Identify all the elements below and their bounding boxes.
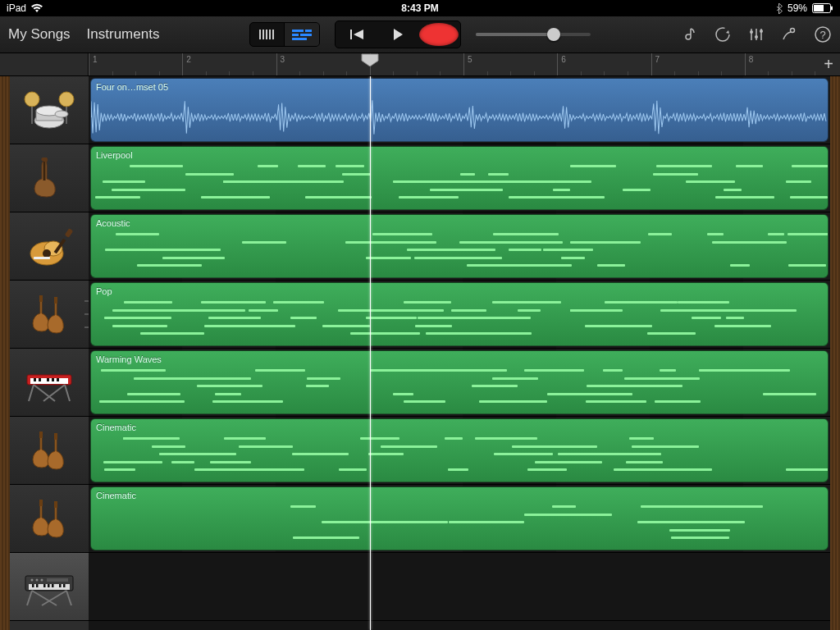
play-button[interactable] — [378, 23, 418, 46]
guitar-icon — [22, 224, 76, 268]
region[interactable]: Cinematic — [90, 486, 829, 550]
wood-trim-left — [0, 76, 10, 630]
go-to-start-button[interactable] — [337, 23, 377, 46]
strings-icon — [22, 428, 76, 472]
ruler-bar: 5 — [463, 53, 472, 75]
svg-rect-9 — [305, 30, 312, 32]
playhead-marker[interactable] — [361, 53, 379, 66]
settings-button[interactable] — [781, 26, 797, 43]
drums-icon — [22, 88, 76, 132]
mixer-sliders-button[interactable] — [748, 26, 765, 43]
record-button[interactable] — [419, 23, 459, 46]
region-label: Warming Waves — [96, 354, 823, 364]
view-toggle — [249, 22, 320, 47]
strings-icon — [22, 292, 76, 336]
timeline-ruler[interactable]: + 12345678 — [89, 53, 840, 75]
master-volume-slider[interactable] — [476, 33, 591, 36]
strings-icon — [22, 496, 76, 541]
svg-rect-2 — [814, 5, 824, 11]
track-header[interactable] — [10, 281, 89, 349]
svg-point-20 — [760, 30, 763, 33]
track-lane[interactable]: Liverpool — [89, 144, 830, 212]
device-label: iPad — [7, 2, 26, 14]
track-lane[interactable]: Cinematic — [89, 485, 830, 553]
help-button[interactable]: ? — [814, 25, 832, 43]
track-lane[interactable]: Pop — [89, 281, 830, 349]
track-headers — [10, 76, 89, 630]
region-label: Acoustic — [96, 218, 823, 228]
svg-point-21 — [791, 29, 795, 33]
synth-icon — [22, 564, 76, 609]
region-label: Cinematic — [96, 422, 823, 432]
ruler-bar: 8 — [745, 53, 754, 75]
view-mixer-button[interactable] — [250, 23, 285, 46]
svg-rect-1 — [831, 7, 833, 11]
timeline-ruler-row: + 12345678 — [0, 53, 840, 76]
svg-point-19 — [755, 35, 758, 39]
battery-pct: 59% — [788, 2, 807, 14]
instruments-button[interactable]: Instruments — [87, 26, 160, 43]
track-lane[interactable] — [89, 553, 830, 621]
svg-rect-12 — [292, 38, 307, 40]
track-header[interactable] — [10, 485, 89, 553]
track-lane[interactable]: Warming Waves — [89, 349, 830, 417]
add-section-button[interactable]: + — [820, 57, 837, 73]
svg-rect-10 — [292, 34, 299, 36]
toolbar: My Songs Instruments — [0, 16, 840, 53]
wood-trim-right — [830, 76, 840, 630]
region[interactable]: Warming Waves — [90, 350, 829, 414]
wifi-icon — [31, 3, 43, 13]
track-header[interactable] — [10, 417, 89, 485]
svg-rect-8 — [292, 30, 304, 32]
ruler-bar: 2 — [182, 53, 191, 75]
svg-rect-7 — [272, 30, 274, 39]
battery-icon — [812, 3, 833, 13]
region[interactable]: Pop — [90, 282, 829, 346]
keyboard-icon — [22, 360, 76, 404]
track-lanes[interactable]: Four on…mset 05LiverpoolAcousticPopWarmi… — [89, 76, 830, 630]
svg-rect-5 — [266, 30, 267, 39]
track-header[interactable] — [10, 144, 89, 212]
region[interactable]: Acoustic — [90, 214, 829, 278]
region-label: Liverpool — [96, 150, 823, 160]
svg-rect-4 — [262, 30, 264, 39]
playhead[interactable] — [370, 76, 371, 630]
svg-rect-13 — [350, 30, 352, 39]
workspace: Four on…mset 05LiverpoolAcousticPopWarmi… — [0, 76, 840, 630]
note-editor-button[interactable] — [681, 26, 697, 43]
svg-point-18 — [750, 30, 753, 34]
track-header[interactable] — [10, 349, 89, 417]
region-label: Cinematic — [96, 491, 823, 500]
ruler-bar: 3 — [276, 53, 285, 75]
ruler-bar: 7 — [651, 53, 660, 75]
track-lane[interactable]: Four on…mset 05 — [89, 76, 830, 144]
region[interactable]: Four on…mset 05 — [90, 78, 829, 142]
svg-rect-3 — [259, 30, 261, 39]
track-lane[interactable]: Cinematic — [89, 417, 830, 485]
region[interactable]: Cinematic — [90, 418, 829, 482]
track-header[interactable] — [10, 553, 89, 621]
transport-controls — [335, 21, 461, 48]
ruler-bar: 6 — [557, 53, 566, 75]
region-label: Four on…mset 05 — [96, 82, 823, 92]
my-songs-button[interactable]: My Songs — [8, 26, 71, 43]
region-label: Pop — [96, 286, 823, 296]
track-header[interactable] — [10, 76, 89, 144]
ruler-bar: 1 — [89, 53, 98, 75]
clock: 8:43 PM — [401, 2, 438, 14]
svg-point-14 — [716, 28, 729, 41]
svg-rect-6 — [269, 30, 271, 39]
bluetooth-icon — [776, 3, 783, 14]
bass-icon — [22, 156, 76, 200]
region[interactable]: Liverpool — [90, 146, 829, 210]
track-lane[interactable]: Acoustic — [89, 212, 830, 281]
track-header[interactable] — [10, 212, 89, 281]
status-bar: iPad 8:43 PM 59% — [0, 0, 840, 16]
svg-rect-11 — [300, 34, 312, 36]
view-tracks-button[interactable] — [285, 23, 319, 46]
loop-button[interactable] — [714, 25, 732, 43]
svg-text:?: ? — [819, 29, 825, 41]
